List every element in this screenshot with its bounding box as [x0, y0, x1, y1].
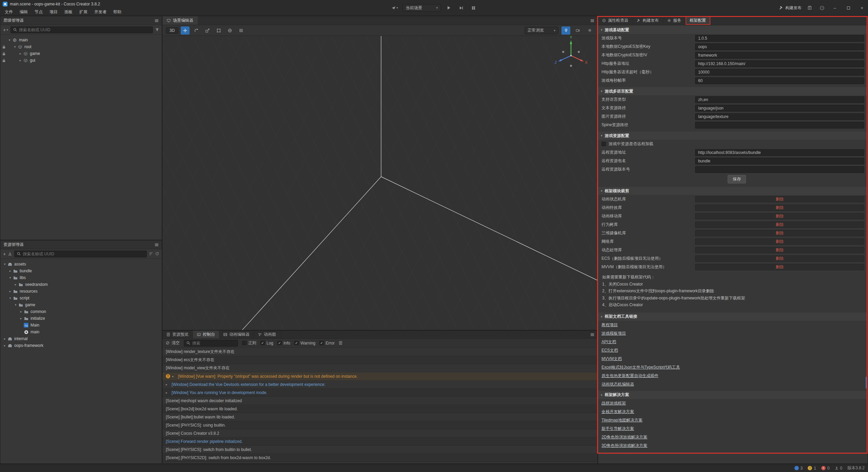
doc-link[interactable]: API文档 — [601, 339, 616, 345]
regex-checkbox[interactable]: 正则 — [242, 340, 256, 346]
rect-tool-button[interactable] — [214, 26, 223, 35]
property-input[interactable] — [695, 166, 864, 173]
hierarchy-node-game[interactable]: ▸game — [0, 50, 162, 57]
tab-inspector[interactable]: 属性检查器 — [598, 16, 633, 25]
expand-arrow[interactable]: ▸ — [2, 344, 7, 347]
maximize-button[interactable] — [844, 3, 853, 13]
assets-node-script[interactable]: ▾script — [0, 295, 162, 301]
doc-link[interactable]: 原生包热更新配置自动生成插件 — [601, 373, 658, 379]
assets-node-libs[interactable]: ▾libs — [0, 274, 162, 281]
play-button[interactable] — [445, 4, 453, 12]
step-button[interactable] — [457, 4, 465, 12]
expand-arrow[interactable]: ▸ — [8, 269, 13, 273]
delete-button[interactable]: 删除 — [695, 255, 864, 262]
log-row[interactable]: ▸[Window] Download the Vue Devtools exte… — [162, 380, 597, 389]
assets-node-initialize[interactable]: ▸initialize — [0, 315, 162, 322]
doc-link[interactable]: 动画状态机编辑器 — [601, 381, 634, 387]
create-node-button[interactable]: +▾ — [3, 27, 8, 33]
menu-panel[interactable]: 面板 — [61, 8, 76, 16]
mode-3d-button[interactable]: 3D — [166, 27, 178, 34]
world-tool-button[interactable] — [225, 26, 234, 35]
expand-arrow[interactable]: ▸ — [172, 375, 176, 378]
error-count-badge[interactable]: × 0 — [821, 466, 830, 471]
doc-link[interactable]: 游戏模板项目 — [601, 331, 626, 336]
assets-node-main[interactable]: main — [0, 329, 162, 335]
tab-service[interactable]: 服务 — [663, 16, 686, 25]
menu-project[interactable]: 项目 — [46, 8, 61, 16]
clear-button[interactable]: 清空 — [166, 340, 180, 346]
collapse-logs-icon[interactable] — [339, 341, 342, 345]
save-button[interactable]: 保存 — [728, 175, 746, 183]
menu-node[interactable]: 节点 — [31, 8, 46, 16]
menu-edit[interactable]: 编辑 — [16, 8, 31, 16]
doc-link[interactable]: 全栈开发解决方案 — [601, 409, 634, 415]
expand-arrow[interactable]: ▸ — [13, 283, 18, 286]
doc-link[interactable]: 2D角色扮演游戏解决方案 — [601, 434, 647, 440]
doc-link[interactable]: MVVM文档 — [601, 356, 622, 362]
property-input[interactable] — [695, 122, 864, 129]
doc-link[interactable]: 战棋游戏框架 — [601, 400, 626, 406]
log-row[interactable]: [Window] render_texture文件夹不存在 — [162, 348, 597, 356]
expand-arrow[interactable]: ▾ — [13, 45, 17, 48]
log-row[interactable]: [Window] ecs文件夹不存在 — [162, 356, 597, 364]
light-toggle-button[interactable] — [561, 26, 570, 35]
expand-arrow[interactable]: ▸ — [2, 337, 7, 340]
gear-icon[interactable] — [585, 26, 594, 35]
delete-button[interactable]: 删除 — [695, 196, 864, 202]
build-publish-button[interactable]: 构建发布 — [779, 5, 802, 11]
doc-link[interactable]: 新手引导解决方案 — [601, 426, 634, 432]
property-input[interactable] — [695, 113, 864, 120]
rotate-tool-button[interactable] — [192, 26, 201, 35]
tab-assets-preview[interactable]: 资源预览 — [162, 331, 193, 338]
section-header-module-trim[interactable]: ▾框架模块裁剪 — [598, 187, 868, 195]
delete-button[interactable]: 删除 — [695, 204, 864, 211]
log-row[interactable]: !▸[Window] [Vue warn]: Property "onInput… — [162, 372, 597, 380]
tab-animation-graph[interactable]: 动画图 — [254, 331, 280, 338]
panel-menu-icon[interactable] — [155, 243, 159, 247]
assets-node-game[interactable]: ▾game — [0, 301, 162, 308]
tab-console[interactable]: 控制台 — [193, 331, 219, 338]
section-header-resource-config[interactable]: ▾游戏资源配置 — [598, 132, 868, 140]
help-icon[interactable]: ? — [818, 4, 826, 12]
delete-button[interactable]: 删除 — [695, 213, 864, 219]
warning-count-badge[interactable]: ! 1 — [808, 466, 816, 471]
log-row[interactable]: [Scene] Cocos Creator v3.8.2 — [162, 429, 597, 437]
log-row[interactable]: ▸[Window] You are running Vue in develop… — [162, 389, 597, 397]
delete-button[interactable]: 删除 — [695, 238, 864, 245]
log-row[interactable]: [Scene] [bullet]:bullet wasm lib loaded. — [162, 413, 597, 421]
delete-button[interactable]: 删除 — [695, 230, 864, 236]
assets-node-internal[interactable]: ▸internal — [0, 335, 162, 342]
assets-node-seedrandom[interactable]: ▸seedrandom — [0, 281, 162, 288]
view-mode-select[interactable]: 正常浏览 ▾ — [525, 27, 558, 34]
expand-arrow[interactable]: ▸ — [166, 383, 170, 386]
section-header-doc-links[interactable]: ▾框架文档工具链接 — [598, 313, 868, 321]
doc-link[interactable]: Excel格式转Json文件与TypeScript代码工具 — [601, 365, 680, 370]
layout-button[interactable] — [469, 4, 477, 12]
panel-menu-icon[interactable] — [155, 19, 159, 23]
tab-framework-config[interactable]: 框架配置 — [686, 16, 710, 25]
doc-link[interactable]: ECS文档 — [601, 348, 618, 353]
assets-node-bundle[interactable]: ▸bundle — [0, 268, 162, 274]
menu-file[interactable]: 文件 — [1, 8, 16, 16]
minimize-button[interactable]: – — [830, 3, 840, 13]
property-input[interactable] — [695, 52, 864, 59]
expand-arrow[interactable]: ▾ — [8, 276, 13, 279]
expand-arrow[interactable]: ▸ — [19, 310, 23, 313]
section-header-basic-config[interactable]: ▾游戏基础配置 — [598, 26, 868, 34]
section-header-solutions[interactable]: ▾框架解决方案 — [598, 391, 868, 399]
menu-extension[interactable]: 扩展 — [76, 8, 91, 16]
hierarchy-node-gui[interactable]: ▸gui — [0, 57, 162, 64]
filter-log-checkbox[interactable]: ✓Log — [260, 341, 273, 346]
section-header-i18n-config[interactable]: ▾游戏多语言配置 — [598, 87, 868, 95]
expand-arrow[interactable]: ▾ — [13, 303, 18, 307]
property-input[interactable] — [695, 149, 864, 156]
assets-node-resources[interactable]: ▸resources — [0, 288, 162, 295]
assets-search-input[interactable] — [23, 252, 144, 256]
filter-info-checkbox[interactable]: ✓Info — [277, 341, 290, 346]
create-asset-button[interactable]: + — [3, 251, 6, 257]
property-input[interactable] — [695, 43, 864, 50]
menu-help[interactable]: 帮助 — [110, 8, 125, 16]
assets-node-common[interactable]: ▸common — [0, 308, 162, 315]
doc-link[interactable]: 3D角色扮演游戏解决方案 — [601, 443, 647, 449]
move-tool-button[interactable] — [181, 26, 190, 35]
